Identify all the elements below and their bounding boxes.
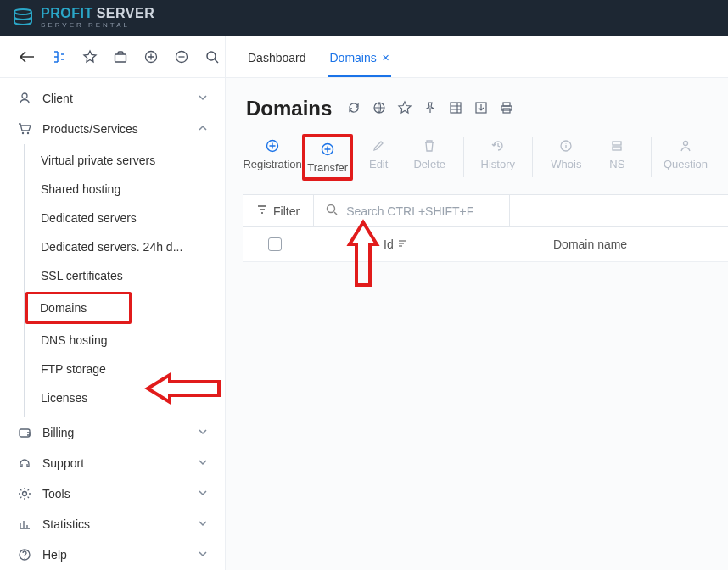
columns-icon[interactable]: [449, 101, 462, 117]
filter-label: Filter: [273, 204, 300, 218]
edit-button[interactable]: Edit: [353, 134, 404, 174]
sidebar-item-billing[interactable]: Billing: [0, 417, 225, 448]
history-button[interactable]: History: [473, 134, 524, 174]
tab-dashboard[interactable]: Dashboard: [246, 39, 308, 77]
sidebar-item-vps[interactable]: Virtual private servers: [25, 146, 225, 175]
cart-icon: [17, 122, 32, 136]
button-label: Delete: [413, 158, 445, 170]
logo[interactable]: PROFITSERVER SERVER RENTAL: [12, 7, 154, 29]
filter-button[interactable]: Filter: [243, 195, 314, 226]
filter-icon: [256, 204, 268, 218]
close-icon[interactable]: ✕: [382, 53, 389, 64]
sidebar-item-domains[interactable]: Domains: [25, 292, 132, 324]
chevron-down-icon: [198, 92, 208, 105]
sidebar-item-client[interactable]: Client: [0, 83, 225, 114]
sidebar-item-tools[interactable]: Tools: [0, 478, 225, 509]
toolbar-divider: [532, 137, 533, 177]
sidebar-item-dns[interactable]: DNS hosting: [25, 326, 225, 355]
globe-icon[interactable]: [372, 101, 386, 117]
question-icon: [679, 137, 692, 154]
plus-circle-icon: [321, 141, 334, 158]
chevron-down-icon: [198, 426, 208, 439]
print-icon[interactable]: [500, 101, 513, 117]
sidebar-label: Support: [42, 456, 84, 470]
sidebar-item-dedicated-24h[interactable]: Dedicated servers. 24h d...: [25, 232, 225, 261]
column-domain[interactable]: Domain name: [553, 238, 627, 251]
sidebar-item-ssl[interactable]: SSL certificates: [25, 261, 225, 290]
button-label: Transfer: [307, 161, 348, 174]
minus-circle-icon[interactable]: [175, 50, 188, 64]
tab-label: Domains: [330, 51, 377, 64]
user-icon: [17, 92, 32, 105]
export-icon[interactable]: [474, 101, 488, 117]
main-content: Domains Registration Transfer: [226, 78, 728, 570]
star-icon[interactable]: [398, 101, 412, 117]
sidebar-label: Statistics: [42, 517, 90, 531]
plus-circle-icon: [266, 137, 279, 154]
button-label: Edit: [369, 158, 388, 170]
server-icon: [610, 137, 624, 154]
whois-button[interactable]: Whois: [540, 134, 591, 174]
brand-bar: PROFITSERVER SERVER RENTAL: [0, 0, 728, 36]
svg-rect-1: [115, 54, 126, 62]
page-title: Domains: [246, 97, 332, 120]
svg-point-7: [27, 132, 29, 134]
plus-circle-icon[interactable]: [144, 50, 158, 64]
delete-button[interactable]: Delete: [404, 134, 455, 174]
chevron-down-icon: [198, 548, 208, 562]
back-icon[interactable]: [19, 50, 36, 64]
wallet-icon: [17, 426, 32, 439]
sidebar-label: Products/Services: [42, 122, 138, 136]
star-icon[interactable]: [83, 50, 97, 64]
tab-domains[interactable]: Domains ✕: [328, 39, 391, 77]
button-label: History: [481, 158, 515, 170]
ns-button[interactable]: NS: [591, 134, 642, 174]
sidebar-item-support[interactable]: Support: [0, 448, 225, 478]
column-label: Domain name: [553, 238, 627, 251]
trash-icon: [423, 137, 436, 154]
sidebar-item-products[interactable]: Products/Services: [0, 114, 225, 144]
toolbar-divider: [651, 137, 652, 177]
sidebar-item-shared-hosting[interactable]: Shared hosting: [25, 175, 225, 204]
button-label: NS: [609, 158, 624, 170]
question-button[interactable]: Question: [660, 134, 711, 174]
button-label: Registration: [243, 158, 301, 170]
sidebar-label: Help: [42, 548, 67, 562]
svg-rect-21: [613, 147, 621, 150]
column-id[interactable]: Id: [384, 238, 553, 251]
svg-point-5: [22, 93, 27, 98]
sidebar-label: Billing: [42, 426, 74, 439]
search-box[interactable]: [314, 195, 510, 226]
info-icon: [559, 137, 573, 154]
button-label: Whois: [551, 158, 581, 170]
sidebar-item-statistics[interactable]: Statistics: [0, 509, 225, 539]
chart-icon: [17, 517, 32, 531]
svg-point-6: [22, 132, 24, 134]
history-icon: [491, 137, 505, 154]
tab-label: Dashboard: [248, 51, 306, 64]
gear-icon: [17, 487, 32, 500]
sidebar-label: Client: [42, 92, 73, 105]
server-stack-icon: [12, 8, 34, 29]
sidebar-item-help[interactable]: Help: [0, 539, 225, 570]
chevron-down-icon: [198, 517, 208, 531]
tab-bar: Dashboard Domains ✕: [226, 36, 728, 78]
svg-point-9: [23, 492, 27, 496]
sidebar-item-dedicated[interactable]: Dedicated servers: [25, 204, 225, 232]
svg-point-4: [207, 52, 216, 60]
global-iconbar: [0, 36, 226, 78]
button-label: Question: [664, 158, 708, 170]
chevron-down-icon: [198, 487, 208, 500]
registration-button[interactable]: Registration: [243, 134, 302, 174]
transfer-button[interactable]: Transfer: [302, 134, 353, 181]
search-input[interactable]: [344, 204, 497, 219]
select-all-checkbox[interactable]: [268, 238, 282, 251]
sidebar: Client Products/Services Virtual private…: [0, 78, 226, 570]
annotation-arrow-transfer: [346, 219, 380, 289]
briefcase-icon[interactable]: [114, 50, 127, 64]
search-icon[interactable]: [205, 50, 219, 64]
refresh-icon[interactable]: [347, 101, 361, 117]
pin-icon[interactable]: [423, 101, 437, 117]
annotation-arrow-domains: [144, 372, 221, 408]
tree-icon[interactable]: [53, 50, 66, 64]
